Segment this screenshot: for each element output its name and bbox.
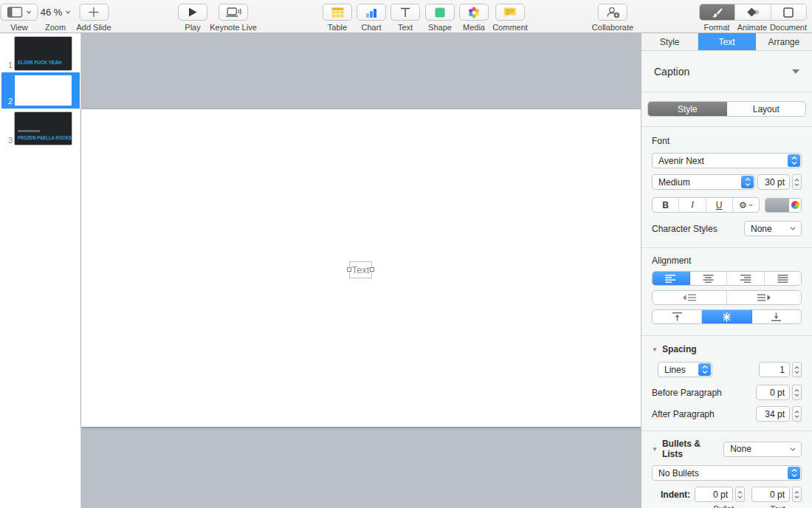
table-icon [331, 7, 344, 18]
text-indent-stepper[interactable] [792, 487, 802, 502]
mode-style[interactable]: Style [648, 102, 727, 116]
stepper-icon[interactable] [698, 363, 711, 376]
text-color-well[interactable] [765, 198, 802, 213]
before-paragraph-field[interactable]: 0 pt [756, 385, 790, 400]
underline-button[interactable]: U [706, 198, 733, 212]
panel-switcher: Format Animate Document [699, 4, 807, 32]
align-center-icon [703, 275, 714, 283]
increase-indent-button[interactable] [727, 291, 801, 304]
resize-handle-left[interactable] [347, 267, 351, 272]
spacing-header[interactable]: ▼ Spacing [652, 344, 802, 354]
stepper-icon[interactable] [741, 176, 754, 188]
table-label: Table [328, 23, 347, 32]
text-control: Text [390, 4, 420, 32]
chevron-down-icon [790, 227, 796, 230]
italic-button[interactable]: I [679, 198, 706, 212]
font-size-field[interactable]: 30 pt [757, 174, 790, 190]
text-indent-field[interactable]: 0 pt [751, 487, 790, 502]
slide-3-title: FROZEN PAELLA ROCKS [18, 134, 72, 141]
bullet-style-dropdown[interactable]: No Bullets [652, 465, 802, 481]
table-button[interactable] [323, 4, 352, 21]
stepper-icon[interactable] [788, 467, 800, 479]
add-slide-control: Add Slide [76, 4, 111, 32]
text-placeholder-label: Text [352, 264, 370, 275]
font-family-dropdown[interactable]: Avenir Next [652, 153, 802, 168]
bullets-lists-header[interactable]: ▼ Bullets & Lists [652, 439, 723, 459]
document-button[interactable] [771, 4, 806, 20]
document-icon [783, 7, 794, 18]
window-sidebar-icon [7, 7, 24, 18]
format-button[interactable] [700, 4, 735, 20]
divider [641, 247, 812, 248]
character-styles-value: None [751, 224, 772, 234]
slide-thumbnail-1[interactable]: ELIXIR FUCK YEAH [15, 37, 72, 70]
shape-button[interactable] [425, 4, 455, 21]
decrease-indent-button[interactable] [653, 291, 727, 304]
text-button[interactable] [390, 4, 420, 21]
slide-canvas[interactable]: Text [81, 33, 641, 508]
play-button[interactable] [178, 4, 207, 21]
align-left-button[interactable] [653, 272, 690, 285]
bullet-indent-stepper[interactable] [735, 487, 745, 502]
line-spacing-value: 1 [780, 365, 785, 375]
zoom-button[interactable]: 46 % [35, 4, 77, 21]
line-spacing-mode: Lines [664, 365, 686, 375]
after-paragraph-field[interactable]: 34 pt [756, 406, 790, 422]
slide-thumbnail-3[interactable]: FROZEN PAELLA ROCKS [15, 112, 72, 145]
paragraph-style-header[interactable]: Caption [641, 51, 812, 92]
chart-button[interactable] [357, 4, 386, 21]
mode-layout[interactable]: Layout [727, 102, 806, 116]
tab-style[interactable]: Style [641, 33, 698, 50]
media-button[interactable] [459, 4, 489, 21]
align-top-button[interactable] [653, 310, 702, 323]
view-label: View [10, 23, 28, 32]
align-middle-icon [722, 312, 732, 322]
align-justify-button[interactable] [765, 272, 802, 285]
resize-handle-right[interactable] [370, 267, 374, 272]
align-middle-button[interactable] [702, 310, 751, 323]
collaborate-label: Collaborate [592, 23, 633, 32]
bullet-indent-field[interactable]: 0 pt [695, 487, 733, 502]
line-spacing-stepper[interactable] [792, 362, 802, 377]
collaborate-button[interactable] [598, 4, 627, 21]
bullet-caption: Bullet [700, 504, 748, 508]
comment-control: Comment [492, 4, 528, 32]
text-options-button[interactable]: ⚙ [733, 198, 759, 212]
character-styles-dropdown[interactable]: None [744, 221, 802, 236]
font-size-value: 30 pt [765, 177, 785, 188]
before-paragraph-stepper[interactable] [792, 385, 802, 400]
comment-button[interactable] [495, 4, 525, 21]
paragraph-style-name: Caption [654, 66, 689, 78]
after-paragraph-stepper[interactable] [792, 406, 802, 422]
align-right-button[interactable] [727, 272, 765, 285]
align-bottom-button[interactable] [752, 310, 801, 323]
bullets-lists-dropdown[interactable]: None [723, 442, 802, 457]
line-spacing-value-field[interactable]: 1 [759, 362, 790, 377]
slide-thumbnail-2[interactable] [15, 75, 72, 106]
add-slide-button[interactable] [79, 4, 109, 21]
comment-icon [504, 7, 517, 18]
divider [641, 430, 812, 431]
before-paragraph-value: 0 pt [770, 388, 785, 398]
keynote-live-button[interactable] [219, 4, 248, 21]
add-slide-label: Add Slide [76, 23, 111, 32]
font-size-stepper[interactable] [792, 174, 802, 190]
media-control: Media [459, 4, 489, 32]
bold-button[interactable]: B [653, 198, 679, 212]
font-typeface-dropdown[interactable]: Medium [652, 174, 755, 190]
media-flower-icon [468, 7, 480, 18]
align-center-button[interactable] [690, 272, 728, 285]
stepper-icon[interactable] [788, 154, 800, 167]
table-control: Table [323, 4, 352, 32]
current-slide[interactable]: Text [81, 109, 641, 427]
collaborate-icon [605, 7, 619, 18]
line-spacing-dropdown[interactable]: Lines [658, 362, 712, 377]
text-label: Text [398, 23, 413, 32]
tab-text[interactable]: Text [698, 33, 755, 50]
media-label: Media [463, 23, 485, 32]
shape-control: Shape [425, 4, 455, 32]
tab-arrange[interactable]: Arrange [756, 33, 812, 50]
animate-button[interactable] [735, 4, 771, 20]
text-placeholder-box[interactable]: Text [349, 261, 372, 278]
view-button[interactable] [1, 4, 38, 21]
